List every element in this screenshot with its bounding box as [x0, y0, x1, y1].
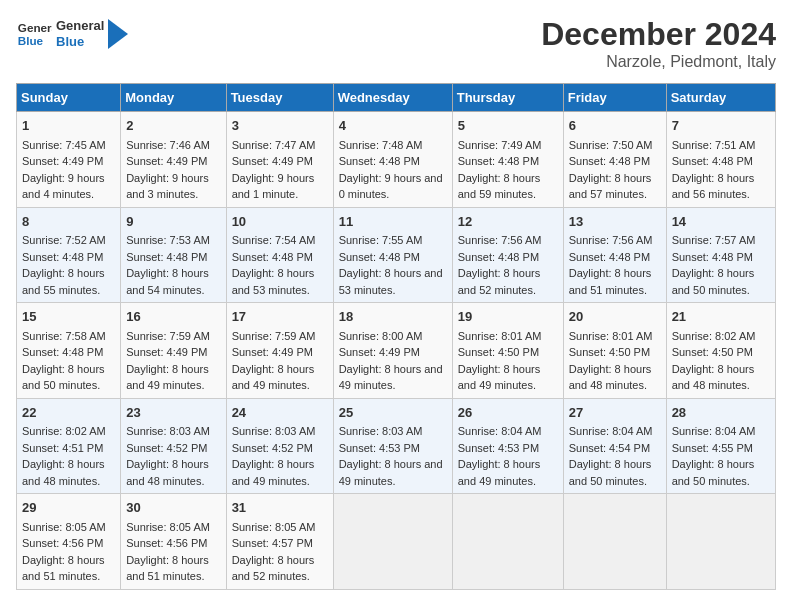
sunset-text: Sunset: 4:49 PM	[339, 346, 420, 358]
sunset-text: Sunset: 4:49 PM	[232, 155, 313, 167]
daylight-text: Daylight: 8 hours and 51 minutes.	[569, 267, 652, 296]
sunset-text: Sunset: 4:48 PM	[458, 251, 539, 263]
daylight-text: Daylight: 9 hours and 4 minutes.	[22, 172, 105, 201]
logo-text-blue: Blue	[56, 34, 104, 50]
sunrise-text: Sunrise: 7:55 AM	[339, 234, 423, 246]
day-number: 19	[458, 307, 558, 327]
calendar-cell: 25 Sunrise: 8:03 AM Sunset: 4:53 PM Dayl…	[333, 398, 452, 494]
subtitle: Narzole, Piedmont, Italy	[541, 53, 776, 71]
sunrise-text: Sunrise: 7:59 AM	[232, 330, 316, 342]
logo: General Blue General Blue	[16, 16, 128, 52]
day-number: 22	[22, 403, 115, 423]
calendar-cell: 2 Sunrise: 7:46 AM Sunset: 4:49 PM Dayli…	[121, 112, 226, 208]
sunrise-text: Sunrise: 7:56 AM	[569, 234, 653, 246]
logo-text-general: General	[56, 18, 104, 34]
calendar-cell: 18 Sunrise: 8:00 AM Sunset: 4:49 PM Dayl…	[333, 303, 452, 399]
calendar-cell: 5 Sunrise: 7:49 AM Sunset: 4:48 PM Dayli…	[452, 112, 563, 208]
sunset-text: Sunset: 4:48 PM	[672, 251, 753, 263]
daylight-text: Daylight: 8 hours and 57 minutes.	[569, 172, 652, 201]
daylight-text: Daylight: 8 hours and 51 minutes.	[22, 554, 105, 583]
daylight-text: Daylight: 9 hours and 1 minute.	[232, 172, 315, 201]
sunset-text: Sunset: 4:55 PM	[672, 442, 753, 454]
day-number: 10	[232, 212, 328, 232]
daylight-text: Daylight: 8 hours and 48 minutes.	[672, 363, 755, 392]
week-row-2: 15 Sunrise: 7:58 AM Sunset: 4:48 PM Dayl…	[17, 303, 776, 399]
calendar-table: Sunday Monday Tuesday Wednesday Thursday…	[16, 83, 776, 590]
sunset-text: Sunset: 4:49 PM	[22, 155, 103, 167]
calendar-cell: 12 Sunrise: 7:56 AM Sunset: 4:48 PM Dayl…	[452, 207, 563, 303]
day-number: 17	[232, 307, 328, 327]
daylight-text: Daylight: 8 hours and 49 minutes.	[339, 363, 443, 392]
header-row: Sunday Monday Tuesday Wednesday Thursday…	[17, 84, 776, 112]
sunrise-text: Sunrise: 8:05 AM	[126, 521, 210, 533]
calendar-cell: 7 Sunrise: 7:51 AM Sunset: 4:48 PM Dayli…	[666, 112, 775, 208]
calendar-cell: 14 Sunrise: 7:57 AM Sunset: 4:48 PM Dayl…	[666, 207, 775, 303]
sunset-text: Sunset: 4:50 PM	[458, 346, 539, 358]
sunset-text: Sunset: 4:57 PM	[232, 537, 313, 549]
day-number: 15	[22, 307, 115, 327]
sunset-text: Sunset: 4:50 PM	[569, 346, 650, 358]
calendar-cell: 22 Sunrise: 8:02 AM Sunset: 4:51 PM Dayl…	[17, 398, 121, 494]
sunset-text: Sunset: 4:51 PM	[22, 442, 103, 454]
calendar-cell: 31 Sunrise: 8:05 AM Sunset: 4:57 PM Dayl…	[226, 494, 333, 590]
col-tuesday: Tuesday	[226, 84, 333, 112]
page-header: General Blue General Blue December 2024 …	[16, 16, 776, 71]
logo-icon: General Blue	[16, 16, 52, 52]
daylight-text: Daylight: 8 hours and 50 minutes.	[22, 363, 105, 392]
calendar-header: Sunday Monday Tuesday Wednesday Thursday…	[17, 84, 776, 112]
calendar-cell: 21 Sunrise: 8:02 AM Sunset: 4:50 PM Dayl…	[666, 303, 775, 399]
week-row-4: 29 Sunrise: 8:05 AM Sunset: 4:56 PM Dayl…	[17, 494, 776, 590]
day-number: 8	[22, 212, 115, 232]
sunrise-text: Sunrise: 8:05 AM	[232, 521, 316, 533]
calendar-cell: 16 Sunrise: 7:59 AM Sunset: 4:49 PM Dayl…	[121, 303, 226, 399]
sunrise-text: Sunrise: 7:50 AM	[569, 139, 653, 151]
daylight-text: Daylight: 8 hours and 48 minutes.	[569, 363, 652, 392]
sunrise-text: Sunrise: 8:01 AM	[569, 330, 653, 342]
calendar-cell: 26 Sunrise: 8:04 AM Sunset: 4:53 PM Dayl…	[452, 398, 563, 494]
calendar-cell: 19 Sunrise: 8:01 AM Sunset: 4:50 PM Dayl…	[452, 303, 563, 399]
svg-text:General: General	[18, 21, 52, 34]
day-number: 27	[569, 403, 661, 423]
day-number: 13	[569, 212, 661, 232]
calendar-cell: 27 Sunrise: 8:04 AM Sunset: 4:54 PM Dayl…	[563, 398, 666, 494]
daylight-text: Daylight: 8 hours and 53 minutes.	[339, 267, 443, 296]
sunset-text: Sunset: 4:48 PM	[126, 251, 207, 263]
daylight-text: Daylight: 8 hours and 49 minutes.	[339, 458, 443, 487]
sunrise-text: Sunrise: 7:57 AM	[672, 234, 756, 246]
sunset-text: Sunset: 4:53 PM	[458, 442, 539, 454]
sunrise-text: Sunrise: 8:04 AM	[569, 425, 653, 437]
daylight-text: Daylight: 8 hours and 48 minutes.	[126, 458, 209, 487]
sunrise-text: Sunrise: 7:56 AM	[458, 234, 542, 246]
day-number: 14	[672, 212, 770, 232]
calendar-cell: 4 Sunrise: 7:48 AM Sunset: 4:48 PM Dayli…	[333, 112, 452, 208]
calendar-cell: 24 Sunrise: 8:03 AM Sunset: 4:52 PM Dayl…	[226, 398, 333, 494]
daylight-text: Daylight: 8 hours and 49 minutes.	[458, 363, 541, 392]
calendar-cell	[563, 494, 666, 590]
calendar-cell: 29 Sunrise: 8:05 AM Sunset: 4:56 PM Dayl…	[17, 494, 121, 590]
calendar-body: 1 Sunrise: 7:45 AM Sunset: 4:49 PM Dayli…	[17, 112, 776, 590]
sunset-text: Sunset: 4:54 PM	[569, 442, 650, 454]
calendar-cell: 28 Sunrise: 8:04 AM Sunset: 4:55 PM Dayl…	[666, 398, 775, 494]
week-row-3: 22 Sunrise: 8:02 AM Sunset: 4:51 PM Dayl…	[17, 398, 776, 494]
sunrise-text: Sunrise: 8:01 AM	[458, 330, 542, 342]
day-number: 16	[126, 307, 220, 327]
sunset-text: Sunset: 4:48 PM	[672, 155, 753, 167]
sunset-text: Sunset: 4:52 PM	[126, 442, 207, 454]
sunrise-text: Sunrise: 7:58 AM	[22, 330, 106, 342]
main-title: December 2024	[541, 16, 776, 53]
day-number: 31	[232, 498, 328, 518]
week-row-0: 1 Sunrise: 7:45 AM Sunset: 4:49 PM Dayli…	[17, 112, 776, 208]
calendar-cell: 23 Sunrise: 8:03 AM Sunset: 4:52 PM Dayl…	[121, 398, 226, 494]
sunset-text: Sunset: 4:53 PM	[339, 442, 420, 454]
day-number: 18	[339, 307, 447, 327]
day-number: 20	[569, 307, 661, 327]
sunrise-text: Sunrise: 8:03 AM	[232, 425, 316, 437]
sunrise-text: Sunrise: 7:53 AM	[126, 234, 210, 246]
daylight-text: Daylight: 8 hours and 50 minutes.	[672, 458, 755, 487]
sunrise-text: Sunrise: 8:05 AM	[22, 521, 106, 533]
day-number: 30	[126, 498, 220, 518]
daylight-text: Daylight: 9 hours and 0 minutes.	[339, 172, 443, 201]
col-sunday: Sunday	[17, 84, 121, 112]
col-wednesday: Wednesday	[333, 84, 452, 112]
sunrise-text: Sunrise: 8:00 AM	[339, 330, 423, 342]
